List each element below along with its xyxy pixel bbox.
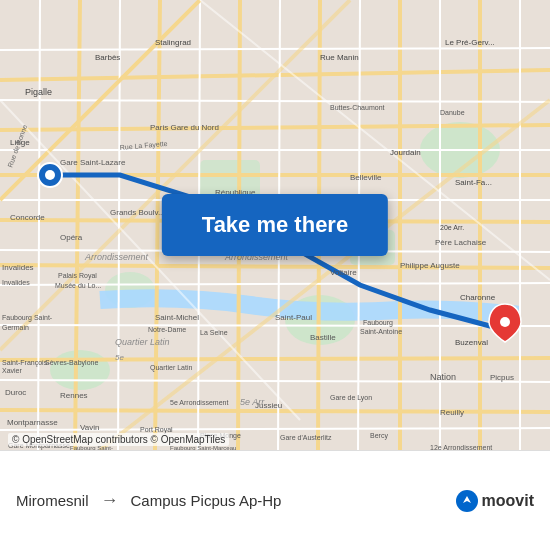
svg-text:Vavin: Vavin bbox=[80, 423, 99, 432]
svg-text:Père Lachaise: Père Lachaise bbox=[435, 238, 487, 247]
moovit-logo-icon bbox=[456, 490, 478, 512]
svg-text:Charonne: Charonne bbox=[460, 293, 496, 302]
svg-text:Danube: Danube bbox=[440, 109, 465, 116]
svg-text:Rue Manin: Rue Manin bbox=[320, 53, 359, 62]
svg-text:Saint-Fa...: Saint-Fa... bbox=[455, 178, 492, 187]
svg-text:Invalides: Invalides bbox=[2, 263, 34, 272]
svg-point-114 bbox=[45, 170, 55, 180]
moovit-logo: moovit bbox=[456, 490, 534, 512]
svg-text:Gare d'Austerlitz: Gare d'Austerlitz bbox=[280, 434, 332, 441]
svg-text:Xavier: Xavier bbox=[2, 367, 23, 374]
svg-text:Gare Saint-Lazare: Gare Saint-Lazare bbox=[60, 158, 126, 167]
svg-text:Saint-Antoine: Saint-Antoine bbox=[360, 328, 402, 335]
svg-text:Musée du Lo...: Musée du Lo... bbox=[55, 282, 101, 289]
svg-text:Grands Boulv...: Grands Boulv... bbox=[110, 208, 165, 217]
svg-text:Gare de Lyon: Gare de Lyon bbox=[330, 394, 372, 402]
origin-label: Miromesnil bbox=[16, 492, 89, 509]
svg-text:Pigalle: Pigalle bbox=[25, 87, 52, 97]
svg-text:Philippe Auguste: Philippe Auguste bbox=[400, 261, 460, 270]
svg-text:Bastille: Bastille bbox=[310, 333, 336, 342]
destination-label: Campus Picpus Ap-Hp bbox=[131, 492, 282, 509]
svg-text:Concorde: Concorde bbox=[10, 213, 45, 222]
svg-text:Stalingrad: Stalingrad bbox=[155, 38, 191, 47]
svg-text:Jourdain: Jourdain bbox=[390, 148, 421, 157]
svg-text:Paris Gare du Nord: Paris Gare du Nord bbox=[150, 123, 219, 132]
svg-text:Saint-Michel: Saint-Michel bbox=[155, 313, 199, 322]
svg-text:Quartier Latin: Quartier Latin bbox=[115, 337, 170, 347]
svg-text:Buttes-Chaumont: Buttes-Chaumont bbox=[330, 104, 385, 111]
svg-text:Faubourg: Faubourg bbox=[363, 319, 393, 327]
svg-text:Quartier Latin: Quartier Latin bbox=[150, 364, 193, 372]
svg-text:Le Pré-Gerv...: Le Pré-Gerv... bbox=[445, 38, 495, 47]
svg-text:5e Arrondissement: 5e Arrondissement bbox=[170, 399, 228, 406]
map-container: Pigalle Barbès Stalingrad Rue Manin Le P… bbox=[0, 0, 550, 450]
svg-text:Montparnasse: Montparnasse bbox=[7, 418, 58, 427]
svg-text:Picpus: Picpus bbox=[490, 373, 514, 382]
svg-text:Duroc: Duroc bbox=[5, 388, 26, 397]
svg-text:5e: 5e bbox=[115, 353, 124, 362]
take-me-there-button[interactable]: Take me there bbox=[162, 194, 388, 256]
svg-text:Voltaire: Voltaire bbox=[330, 268, 357, 277]
svg-text:12e Arrondissement: 12e Arrondissement bbox=[430, 444, 492, 450]
svg-text:20e Arr.: 20e Arr. bbox=[440, 224, 464, 231]
svg-text:Barbès: Barbès bbox=[95, 53, 120, 62]
svg-text:Saint-Paul: Saint-Paul bbox=[275, 313, 312, 322]
svg-text:Arrondissement: Arrondissement bbox=[84, 252, 149, 262]
svg-point-2 bbox=[50, 350, 110, 390]
svg-text:Saint-François-: Saint-François- bbox=[2, 359, 50, 367]
svg-line-13 bbox=[0, 410, 550, 412]
svg-text:Reuilly: Reuilly bbox=[440, 408, 464, 417]
svg-text:Opéra: Opéra bbox=[60, 233, 83, 242]
svg-text:Notre-Dame: Notre-Dame bbox=[148, 326, 186, 333]
svg-text:Rennes: Rennes bbox=[60, 391, 88, 400]
arrow-icon: → bbox=[101, 490, 119, 511]
svg-text:Belleville: Belleville bbox=[350, 173, 382, 182]
route-info: Miromesnil → Campus Picpus Ap-Hp bbox=[16, 490, 456, 511]
svg-text:Palais Royal: Palais Royal bbox=[58, 272, 97, 280]
svg-line-26 bbox=[0, 325, 550, 326]
moovit-brand-text: moovit bbox=[482, 492, 534, 510]
svg-text:Sèvres-Babylone: Sèvres-Babylone bbox=[45, 359, 98, 367]
svg-text:Nation: Nation bbox=[430, 372, 456, 382]
svg-text:Germain: Germain bbox=[2, 324, 29, 331]
svg-text:Invalides: Invalides bbox=[2, 279, 30, 286]
map-attribution: © OpenStreetMap contributors © OpenMapTi… bbox=[8, 433, 229, 446]
svg-text:Bercy: Bercy bbox=[370, 432, 388, 440]
svg-text:5e Arr.: 5e Arr. bbox=[240, 397, 266, 407]
svg-text:La Seine: La Seine bbox=[200, 329, 228, 336]
svg-text:Buzenval: Buzenval bbox=[455, 338, 488, 347]
footer: Miromesnil → Campus Picpus Ap-Hp moovit bbox=[0, 450, 550, 550]
svg-point-115 bbox=[500, 317, 510, 327]
svg-text:Faubourg Saint-: Faubourg Saint- bbox=[2, 314, 53, 322]
